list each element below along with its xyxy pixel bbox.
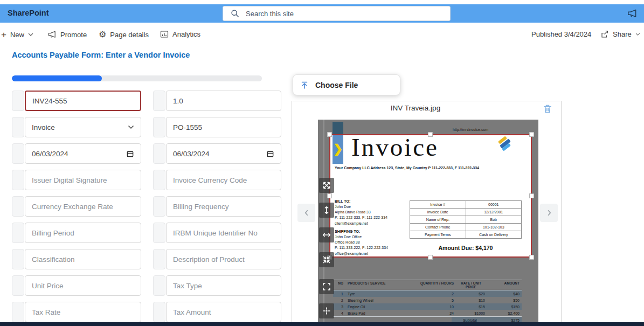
site-search[interactable] xyxy=(223,6,451,21)
calendar-icon xyxy=(266,150,274,158)
horizontal-arrows-icon xyxy=(322,231,331,239)
billing-frequency-input[interactable] xyxy=(166,196,281,217)
irbm-unique-identifier-input[interactable] xyxy=(166,223,281,243)
feedback-megaphone-button[interactable] xyxy=(627,9,638,20)
due-date-input[interactable]: 06/03/2024 xyxy=(166,143,281,164)
invoice-website: http://mrsinvoice.com xyxy=(453,128,531,131)
frame-corners-icon xyxy=(322,282,331,291)
version-input[interactable] xyxy=(166,91,281,111)
resize-vertical-button[interactable] xyxy=(319,203,334,218)
delete-attachment-button[interactable] xyxy=(542,103,554,115)
unit-price-input[interactable] xyxy=(25,275,141,296)
promote-button[interactable]: Promote xyxy=(47,30,87,39)
collapse-image-button[interactable] xyxy=(319,252,334,267)
crop-frame-button[interactable] xyxy=(319,279,334,294)
command-bar: + New Promote ⚙ Page details Analytics P… xyxy=(0,26,644,45)
tax-amount-input[interactable] xyxy=(166,302,281,322)
crop-handle-top-middle[interactable] xyxy=(428,132,433,137)
invoice-date-input[interactable]: 06/03/2024 xyxy=(25,143,141,164)
suite-bar: SharePoint xyxy=(0,4,644,23)
share-icon xyxy=(600,30,609,38)
billing-period-field xyxy=(12,223,141,243)
currency-exchange-rate-input[interactable] xyxy=(25,196,141,217)
choose-file-button[interactable]: Choose File xyxy=(293,74,400,95)
sharepoint-logo[interactable]: SharePoint xyxy=(8,9,49,17)
share-label: Share xyxy=(613,30,632,38)
field-prefix xyxy=(153,170,165,190)
currency-exchange-rate-field xyxy=(12,196,141,217)
crop-handle-middle-right[interactable] xyxy=(529,193,534,198)
item-row: 3Engine Oil 10$15 $150 xyxy=(333,303,522,310)
move-image-button[interactable] xyxy=(319,303,334,318)
attachment-filename: INV Traveia.jpg xyxy=(292,104,539,112)
version-field xyxy=(153,91,281,111)
chevron-right-icon xyxy=(546,209,552,217)
field-prefix xyxy=(12,170,24,190)
crop-handle-middle-left[interactable] xyxy=(327,193,332,198)
previous-page-button[interactable] xyxy=(297,204,315,222)
field-prefix xyxy=(153,302,165,322)
po-number-input[interactable] xyxy=(166,117,281,137)
field-prefix xyxy=(153,249,165,269)
field-prefix xyxy=(153,143,165,164)
field-prefix xyxy=(153,117,165,137)
crop-handle-top-left[interactable] xyxy=(327,132,332,137)
item-row: 4Brake Pad 24$1000 $2,400 xyxy=(333,310,522,316)
po-number-field xyxy=(153,117,281,137)
invoice-currency-code-input[interactable] xyxy=(166,170,281,190)
new-label: New xyxy=(10,31,24,39)
document-type-select[interactable]: Invoice xyxy=(25,117,141,137)
billing-period-input[interactable] xyxy=(25,223,141,243)
invoice-date-value: 06/03/2024 xyxy=(32,150,68,158)
page-details-button[interactable]: ⚙ Page details xyxy=(99,30,149,39)
collapse-arrows-icon xyxy=(322,255,331,264)
share-button[interactable]: Share xyxy=(600,30,640,38)
expand-arrows-icon xyxy=(322,181,331,190)
search-input[interactable] xyxy=(246,10,424,18)
classification-input[interactable] xyxy=(25,249,141,269)
description-of-product-input[interactable] xyxy=(166,249,281,269)
tax-rate-input[interactable] xyxy=(25,302,141,322)
new-button[interactable]: + New xyxy=(1,30,33,39)
tax-type-input[interactable] xyxy=(166,275,281,296)
due-date-field: 06/03/2024 xyxy=(153,143,281,164)
invoice-items-table: NO PRODUCTS / SERVICE QUANTITY / HOURS R… xyxy=(333,280,522,323)
crop-handle-top-right[interactable] xyxy=(529,132,534,137)
invoice-currency-code-field xyxy=(153,170,281,190)
progress-bar xyxy=(12,75,262,81)
analytics-button[interactable]: Analytics xyxy=(160,30,200,38)
crop-handle-bottom-middle[interactable] xyxy=(428,255,433,260)
next-page-button[interactable] xyxy=(540,204,558,222)
published-label: Published 3/4/2024 xyxy=(531,30,591,38)
field-prefix xyxy=(153,91,165,111)
document-type-value: Invoice xyxy=(32,123,55,131)
expand-image-button[interactable] xyxy=(319,178,334,193)
upload-icon xyxy=(300,81,309,89)
item-row: 1Tyre 2$20 $40 xyxy=(333,290,522,297)
invoice-number-field xyxy=(12,91,141,111)
resize-horizontal-button[interactable] xyxy=(319,227,334,242)
trash-icon xyxy=(542,103,553,114)
field-prefix xyxy=(12,249,24,269)
progress-fill xyxy=(12,75,102,81)
field-prefix xyxy=(12,117,24,137)
unit-price-field xyxy=(12,275,141,296)
issuer-digital-signature-input[interactable] xyxy=(25,170,141,190)
crop-handle-bottom-right[interactable] xyxy=(529,255,534,260)
calendar-icon xyxy=(126,150,134,158)
field-prefix xyxy=(153,196,165,217)
chevron-down-icon xyxy=(28,33,33,37)
field-prefix xyxy=(12,196,24,217)
items-header-row: NO PRODUCTS / SERVICE QUANTITY / HOURS R… xyxy=(333,280,522,290)
document-type-field: Invoice xyxy=(12,117,141,137)
field-prefix xyxy=(12,91,24,111)
vertical-arrows-icon xyxy=(322,206,331,214)
tax-rate-field xyxy=(12,302,141,322)
invoice-image-preview[interactable]: http://mrsinvoice.com ❯ Invoice Your Com… xyxy=(318,120,538,326)
crop-selection-border[interactable] xyxy=(329,134,532,258)
field-prefix xyxy=(12,143,24,164)
classification-field xyxy=(12,249,141,269)
description-of-product-field xyxy=(153,249,281,269)
invoice-number-input[interactable] xyxy=(25,91,141,111)
page-details-label: Page details xyxy=(110,31,149,39)
